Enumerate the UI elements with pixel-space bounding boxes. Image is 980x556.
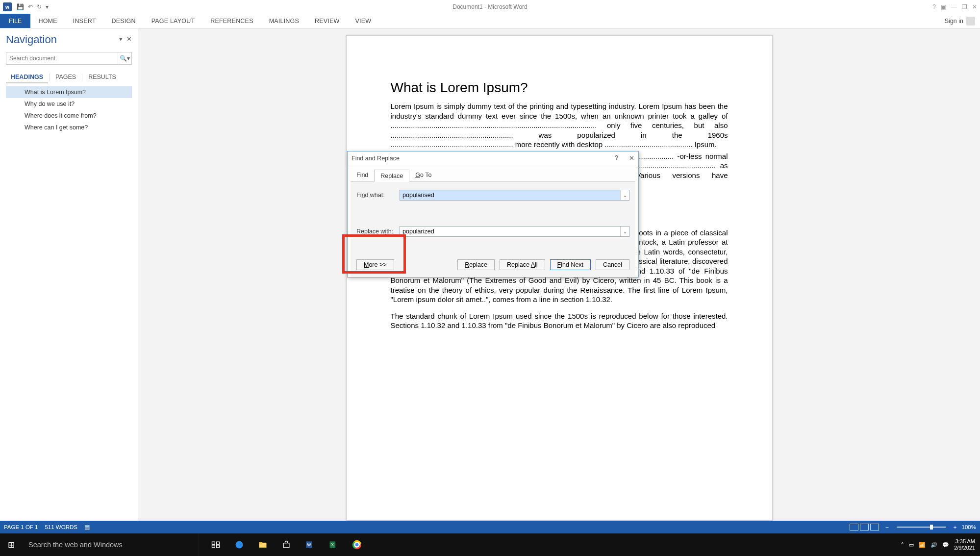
doc-paragraph: The standard chunk of Lorem Ipsum used s… bbox=[391, 311, 728, 330]
nav-tab-pages[interactable]: PAGES bbox=[50, 72, 81, 83]
document-area[interactable]: What is Lorem Ipsum? Lorem Ipsum is simp… bbox=[138, 28, 980, 521]
nav-options-icon[interactable]: ▾ bbox=[119, 35, 123, 43]
tray-time: 3:35 AM bbox=[954, 538, 975, 545]
more-button[interactable]: More >> bbox=[356, 259, 394, 270]
dialog-titlebar[interactable]: Find and Replace ? ✕ bbox=[348, 152, 638, 165]
doc-paragraph: Lorem Ipsum is simply dummy text of the … bbox=[391, 101, 728, 150]
document-page[interactable]: What is Lorem Ipsum? Lorem Ipsum is simp… bbox=[346, 35, 773, 521]
chevron-down-icon[interactable]: ⌄ bbox=[620, 227, 629, 236]
tab-design[interactable]: DESIGN bbox=[104, 14, 144, 28]
volume-icon[interactable]: 🔊 bbox=[930, 542, 937, 548]
find-replace-dialog[interactable]: Find and Replace ? ✕ Find Replace Go To … bbox=[347, 151, 639, 278]
find-what-label: Find what: bbox=[356, 192, 400, 199]
file-explorer-icon[interactable] bbox=[251, 533, 275, 556]
nav-heading-item[interactable]: Why do we use it? bbox=[6, 98, 132, 110]
dialog-help-icon[interactable]: ? bbox=[615, 154, 618, 162]
dialog-close-icon[interactable]: ✕ bbox=[629, 154, 634, 162]
dialog-tabs: Find Replace Go To bbox=[351, 169, 635, 181]
tray-chevron-icon[interactable]: ˄ bbox=[901, 542, 904, 548]
svg-rect-1 bbox=[217, 542, 220, 544]
replace-with-combo[interactable]: ⌄ bbox=[400, 226, 629, 237]
dialog-tab-goto[interactable]: Go To bbox=[409, 169, 437, 181]
window-restore-icon[interactable]: ❐ bbox=[962, 3, 967, 10]
svg-rect-3 bbox=[217, 545, 220, 548]
word-count[interactable]: 511 WORDS bbox=[45, 524, 77, 530]
tab-view[interactable]: VIEW bbox=[348, 14, 379, 28]
zoom-in-icon[interactable]: + bbox=[954, 524, 957, 530]
search-icon[interactable]: 🔍▾ bbox=[118, 52, 131, 64]
edge-icon[interactable] bbox=[227, 533, 251, 556]
replace-with-label: Replace with: bbox=[356, 228, 400, 235]
document-title: Document1 - Microsoft Word bbox=[452, 3, 528, 10]
svg-point-16 bbox=[355, 543, 359, 547]
user-avatar-icon bbox=[966, 17, 975, 25]
sign-in-label: Sign in bbox=[945, 18, 963, 25]
clock[interactable]: 3:35 AM 2/9/2021 bbox=[954, 538, 975, 551]
find-what-combo[interactable]: ⌄ bbox=[400, 190, 629, 201]
svg-rect-2 bbox=[212, 545, 215, 548]
start-button[interactable]: ⊞ bbox=[0, 533, 23, 556]
nav-search-input[interactable] bbox=[6, 52, 118, 64]
tab-home[interactable]: HOME bbox=[30, 14, 65, 28]
tab-mailings[interactable]: MAILINGS bbox=[261, 14, 307, 28]
nav-heading-item[interactable]: Where can I get some? bbox=[6, 122, 132, 133]
replace-button[interactable]: Replace bbox=[457, 259, 495, 270]
nav-headings-list: What is Lorem Ipsum? Why do we use it? W… bbox=[6, 86, 132, 133]
redo-icon[interactable]: ↻ bbox=[37, 3, 42, 10]
proofing-icon[interactable]: ▤ bbox=[84, 524, 90, 531]
zoom-out-icon[interactable]: − bbox=[885, 524, 889, 530]
action-center-icon[interactable]: 💬 bbox=[942, 542, 949, 548]
qat-customise-icon[interactable]: ▾ bbox=[46, 3, 49, 10]
navigation-pane: Navigation ▾ ✕ 🔍▾ HEADINGS PAGES RESULTS… bbox=[0, 28, 138, 521]
sign-in-link[interactable]: Sign in bbox=[940, 14, 980, 28]
nav-heading-item[interactable]: What is Lorem Ipsum? bbox=[6, 86, 132, 98]
find-next-button[interactable]: Find Next bbox=[550, 259, 591, 270]
system-tray: ˄ ▭ 📶 🔊 💬 3:35 AM 2/9/2021 bbox=[901, 538, 980, 551]
wifi-icon[interactable]: 📶 bbox=[919, 542, 926, 548]
tab-page-layout[interactable]: PAGE LAYOUT bbox=[144, 14, 203, 28]
undo-icon[interactable]: ↶ bbox=[28, 3, 33, 10]
dialog-tab-replace[interactable]: Replace bbox=[374, 170, 409, 182]
windows-taskbar: ⊞ Search the web and Windows W X ˄ ▭ 📶 🔊… bbox=[0, 533, 980, 556]
nav-heading-item[interactable]: Where does it come from? bbox=[6, 110, 132, 122]
svg-text:X: X bbox=[331, 542, 334, 547]
view-mode-icons[interactable] bbox=[850, 524, 880, 531]
zoom-percent[interactable]: 100% bbox=[962, 524, 976, 530]
cancel-button[interactable]: Cancel bbox=[596, 259, 629, 270]
save-icon[interactable]: 💾 bbox=[17, 3, 24, 10]
word-taskbar-icon[interactable]: W bbox=[298, 533, 322, 556]
dialog-title: Find and Replace bbox=[352, 155, 400, 162]
chevron-down-icon[interactable]: ⌄ bbox=[620, 190, 629, 200]
tab-insert[interactable]: INSERT bbox=[65, 14, 104, 28]
window-minimize-icon[interactable]: — bbox=[951, 3, 957, 10]
store-icon[interactable] bbox=[275, 533, 298, 556]
nav-tab-headings[interactable]: HEADINGS bbox=[6, 72, 48, 83]
excel-taskbar-icon[interactable]: X bbox=[322, 533, 345, 556]
page-count[interactable]: PAGE 1 OF 1 bbox=[4, 524, 38, 530]
help-icon[interactable]: ? bbox=[932, 3, 936, 10]
file-tab[interactable]: FILE bbox=[0, 14, 30, 28]
nav-search[interactable]: 🔍▾ bbox=[6, 52, 132, 65]
zoom-slider[interactable] bbox=[897, 527, 946, 528]
window-close-icon[interactable]: ✕ bbox=[972, 3, 977, 10]
tray-date: 2/9/2021 bbox=[954, 545, 975, 551]
replace-with-input[interactable] bbox=[400, 227, 620, 236]
svg-rect-0 bbox=[212, 542, 215, 544]
doc-heading: What is Lorem Ipsum? bbox=[391, 80, 728, 96]
ribbon-display-icon[interactable]: ▣ bbox=[941, 3, 946, 10]
battery-icon[interactable]: ▭ bbox=[909, 542, 914, 548]
chrome-icon[interactable] bbox=[345, 533, 369, 556]
nav-tab-results[interactable]: RESULTS bbox=[83, 72, 121, 83]
task-view-icon[interactable] bbox=[204, 533, 227, 556]
taskbar-search[interactable]: Search the web and Windows bbox=[23, 533, 199, 556]
dialog-tab-find[interactable]: Find bbox=[351, 169, 374, 181]
ribbon-tabs: FILE HOME INSERT DESIGN PAGE LAYOUT REFE… bbox=[0, 14, 980, 28]
status-bar: PAGE 1 OF 1 511 WORDS ▤ − + 100% bbox=[0, 521, 980, 533]
quick-access-toolbar: 💾 ↶ ↻ ▾ bbox=[17, 3, 49, 10]
tab-review[interactable]: REVIEW bbox=[307, 14, 348, 28]
replace-all-button[interactable]: Replace All bbox=[500, 259, 545, 270]
word-app-icon: w bbox=[3, 2, 12, 11]
nav-close-icon[interactable]: ✕ bbox=[126, 35, 132, 43]
tab-references[interactable]: REFERENCES bbox=[202, 14, 261, 28]
find-what-input[interactable] bbox=[400, 190, 620, 200]
